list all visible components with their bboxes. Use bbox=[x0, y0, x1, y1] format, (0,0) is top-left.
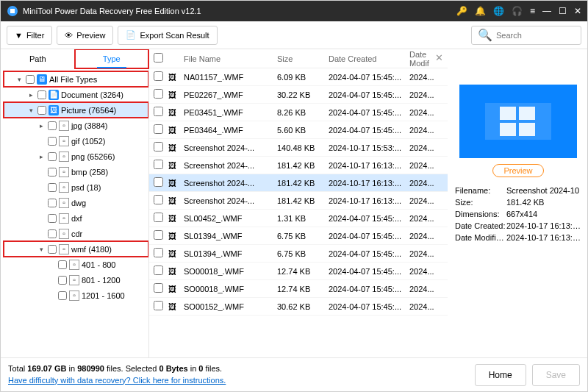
row-checkbox[interactable] bbox=[154, 89, 163, 99]
tree-item-w3[interactable]: ▫1201 - 1600 bbox=[4, 288, 148, 303]
tree-checkbox[interactable] bbox=[58, 291, 67, 300]
file-icon: 🖼 bbox=[168, 214, 176, 223]
cell-size: 5.60 KB bbox=[277, 126, 329, 135]
tree-checkbox[interactable] bbox=[48, 152, 57, 161]
cell-filename: PE03451_.WMF bbox=[182, 108, 277, 117]
hdr-datecreated[interactable]: Date Created bbox=[329, 54, 409, 63]
cell-filename: PE02267_.WMF bbox=[182, 90, 277, 99]
tree-item-pic[interactable]: ▾🖼Picture (76564) bbox=[4, 102, 148, 118]
tree-item-doc[interactable]: ▸📄Document (3264) bbox=[4, 87, 148, 102]
help-link[interactable]: Have difficulty with data recovery? Clic… bbox=[8, 376, 226, 385]
tree-checkbox[interactable] bbox=[37, 90, 46, 99]
file-row[interactable]: 🖼SO00152_.WMF30.62 KB2024-04-07 15:45:..… bbox=[149, 298, 448, 316]
maximize-icon[interactable]: ☐ bbox=[559, 6, 567, 16]
file-row[interactable]: 🖼SL01394_.WMF6.75 KB2024-04-07 15:45:...… bbox=[149, 227, 448, 245]
menu-icon[interactable]: ≡ bbox=[530, 6, 535, 16]
tree-item-all[interactable]: ▾🖥All File Types bbox=[4, 71, 148, 87]
tree-checkbox[interactable] bbox=[37, 106, 46, 115]
expand-icon[interactable]: ▸ bbox=[37, 153, 46, 160]
tree-item-png[interactable]: ▸▫png (65266) bbox=[4, 149, 148, 164]
file-row[interactable]: 🖼PE03451_.WMF8.26 KB2024-04-07 15:45:...… bbox=[149, 104, 448, 121]
row-checkbox[interactable] bbox=[154, 160, 163, 169]
tab-type[interactable]: Type bbox=[75, 49, 149, 68]
expand-icon[interactable]: ▸ bbox=[37, 122, 46, 129]
export-button[interactable]: 📄Export Scan Result bbox=[118, 26, 217, 45]
tree-item-jpg[interactable]: ▸▫jpg (3884) bbox=[4, 118, 148, 133]
row-checkbox[interactable] bbox=[154, 213, 163, 222]
tree-item-w2[interactable]: ▫801 - 1200 bbox=[4, 272, 148, 288]
file-row[interactable]: 🖼PE02267_.WMF30.22 KB2024-04-07 15:45:..… bbox=[149, 86, 448, 104]
row-checkbox[interactable] bbox=[154, 301, 163, 310]
file-row[interactable]: 🖼SL00452_.WMF1.31 KB2024-04-07 15:45:...… bbox=[149, 210, 448, 227]
hdr-filename[interactable]: File Name bbox=[182, 54, 277, 63]
tree-checkbox[interactable] bbox=[48, 229, 57, 238]
tree-item-bmp[interactable]: ▫bmp (258) bbox=[4, 164, 148, 179]
tree-item-w1[interactable]: ▫401 - 800 bbox=[4, 257, 148, 272]
file-row[interactable]: 🖼SO00018_.WMF12.74 KB2024-04-07 15:45:..… bbox=[149, 263, 448, 280]
file-row[interactable]: 🖼NA01157_.WMF6.09 KB2024-04-07 15:45:...… bbox=[149, 68, 448, 86]
row-checkbox[interactable] bbox=[154, 71, 163, 81]
file-row[interactable]: 🖼Screenshot 2024-...181.42 KB2024-10-17 … bbox=[149, 157, 448, 174]
row-checkbox[interactable] bbox=[154, 283, 163, 293]
row-checkbox[interactable] bbox=[154, 195, 163, 204]
tree-checkbox[interactable] bbox=[26, 75, 35, 84]
tree-checkbox[interactable] bbox=[48, 199, 57, 207]
tree-checkbox[interactable] bbox=[58, 260, 67, 269]
tree-checkbox[interactable] bbox=[48, 245, 57, 254]
headset-icon[interactable]: 🎧 bbox=[512, 6, 523, 16]
file-icon: ▫ bbox=[59, 152, 69, 162]
file-row[interactable]: 🖼SL01394_.WMF6.75 KB2024-04-07 15:45:...… bbox=[149, 245, 448, 263]
row-checkbox[interactable] bbox=[154, 142, 163, 152]
search-input[interactable] bbox=[496, 31, 575, 40]
expand-icon[interactable]: ▸ bbox=[27, 91, 35, 99]
tree-checkbox[interactable] bbox=[48, 121, 57, 130]
tree-item-wmf[interactable]: ▾▫wmf (4180) bbox=[4, 241, 148, 257]
tree-label: gif (1052) bbox=[71, 137, 105, 146]
expand-icon[interactable]: ▾ bbox=[37, 246, 46, 253]
detail-preview-button[interactable]: Preview bbox=[492, 164, 543, 177]
globe-icon[interactable]: 🌐 bbox=[493, 6, 504, 16]
file-row[interactable]: 🖼Screenshot 2024-...140.48 KB2024-10-17 … bbox=[149, 139, 448, 157]
file-icon: 🖼 bbox=[168, 179, 176, 188]
tree-checkbox[interactable] bbox=[48, 183, 57, 192]
row-checkbox[interactable] bbox=[154, 266, 163, 275]
hdr-size[interactable]: Size bbox=[277, 54, 329, 63]
tree-checkbox[interactable] bbox=[58, 276, 67, 285]
close-detail-icon[interactable]: ✕ bbox=[435, 52, 443, 63]
cell-datemodified: 2024... bbox=[409, 126, 445, 135]
home-button[interactable]: Home bbox=[475, 364, 526, 386]
minimize-icon[interactable]: — bbox=[542, 6, 551, 16]
row-checkbox[interactable] bbox=[154, 177, 163, 187]
file-row[interactable]: 🖼SO00018_.WMF12.74 KB2024-04-07 15:45:..… bbox=[149, 280, 448, 298]
tree-item-dxf[interactable]: ▫dxf bbox=[4, 210, 148, 226]
tree-item-cdr[interactable]: ▫cdr bbox=[4, 226, 148, 241]
meta-size-label: Size: bbox=[455, 198, 506, 207]
select-all-checkbox[interactable] bbox=[154, 53, 163, 63]
tree-checkbox[interactable] bbox=[48, 168, 57, 177]
key-icon[interactable]: 🔑 bbox=[456, 6, 467, 16]
tree-item-gif[interactable]: ▫gif (1052) bbox=[4, 133, 148, 149]
tree-label: 401 - 800 bbox=[82, 260, 115, 269]
bell-icon[interactable]: 🔔 bbox=[475, 6, 486, 16]
row-checkbox[interactable] bbox=[154, 124, 163, 134]
sidebar: Path Type ▾🖥All File Types▸📄Document (32… bbox=[1, 49, 149, 357]
tree-checkbox[interactable] bbox=[48, 214, 57, 223]
tree-checkbox[interactable] bbox=[48, 137, 57, 146]
close-icon[interactable]: ✕ bbox=[574, 6, 581, 16]
tree-item-dwg[interactable]: ▫dwg bbox=[4, 195, 148, 210]
save-button[interactable]: Save bbox=[532, 364, 580, 386]
row-checkbox[interactable] bbox=[154, 248, 163, 257]
row-checkbox[interactable] bbox=[154, 230, 163, 240]
search-box[interactable]: 🔍 bbox=[471, 26, 581, 45]
expand-icon[interactable]: ▾ bbox=[27, 107, 35, 114]
file-row[interactable]: 🖼PE03464_.WMF5.60 KB2024-04-07 15:45:...… bbox=[149, 121, 448, 139]
tab-path[interactable]: Path bbox=[1, 49, 75, 68]
row-checkbox[interactable] bbox=[154, 107, 163, 116]
cell-datecreated: 2024-04-07 15:45:... bbox=[329, 232, 409, 240]
preview-button[interactable]: 👁Preview bbox=[57, 26, 113, 45]
file-row[interactable]: 🖼Screenshot 2024-...181.42 KB2024-10-17 … bbox=[149, 192, 448, 210]
file-row[interactable]: 🖼Screenshot 2024-...181.42 KB2024-10-17 … bbox=[149, 174, 448, 192]
filter-button[interactable]: ▼Filter bbox=[7, 26, 52, 45]
expand-icon[interactable]: ▾ bbox=[15, 76, 24, 83]
tree-item-psd[interactable]: ▫psd (18) bbox=[4, 179, 148, 195]
